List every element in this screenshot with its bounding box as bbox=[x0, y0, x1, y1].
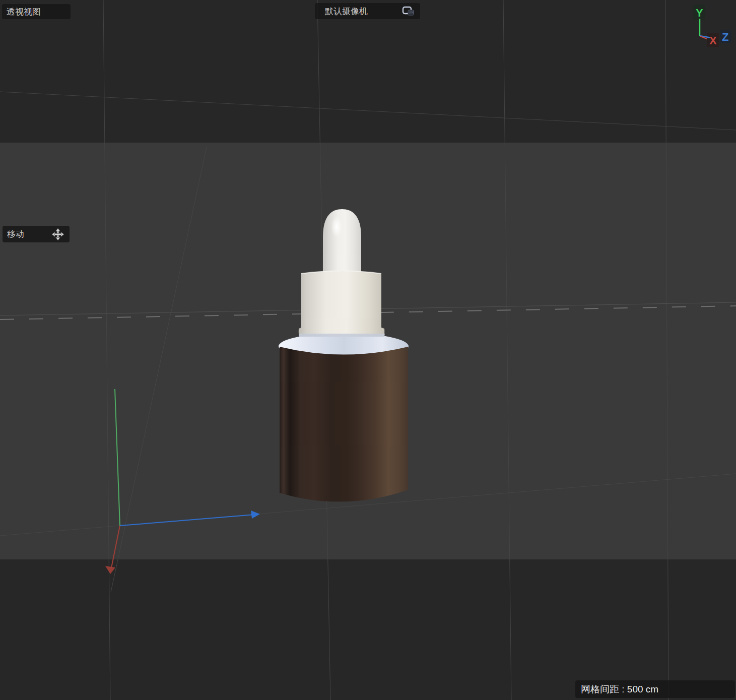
world-axis-y bbox=[115, 389, 120, 526]
axis-gizmo[interactable]: Y X Z bbox=[691, 2, 733, 48]
gizmo-y-label: Y bbox=[696, 7, 703, 19]
bottle-cap bbox=[299, 271, 385, 337]
world-axis-z bbox=[120, 515, 255, 526]
bottle-dropper-bulb bbox=[323, 209, 361, 277]
world-axis-x-arrowhead bbox=[105, 566, 115, 574]
grid-spacing-chip: 网格间距 : 500 cm bbox=[575, 680, 735, 698]
world-axis-x bbox=[111, 526, 120, 568]
move-tool-label: 移动 bbox=[7, 230, 24, 238]
gizmo-x-label: X bbox=[709, 34, 717, 47]
camera-icon bbox=[402, 6, 415, 17]
camera-menu-chip[interactable]: 默认摄像机 bbox=[315, 3, 420, 19]
viewport-3d[interactable]: Y X Z 透视视图 默认摄像机 移动 bbox=[0, 0, 736, 700]
view-menu-chip[interactable]: 透视视图 bbox=[2, 4, 71, 19]
world-axis-origin bbox=[105, 389, 260, 574]
move-tool-icon bbox=[51, 228, 64, 241]
world-axis-z-arrowhead bbox=[251, 511, 260, 519]
move-tool-chip[interactable]: 移动 bbox=[3, 226, 70, 242]
view-menu-label: 透视视图 bbox=[7, 8, 41, 16]
camera-menu-label: 默认摄像机 bbox=[325, 7, 368, 16]
dropper-bottle-object[interactable] bbox=[262, 202, 423, 514]
grid-spacing-label: 网格间距 : 500 cm bbox=[581, 684, 658, 694]
gizmo-z-label: Z bbox=[722, 31, 728, 43]
bottle-body bbox=[280, 347, 408, 502]
